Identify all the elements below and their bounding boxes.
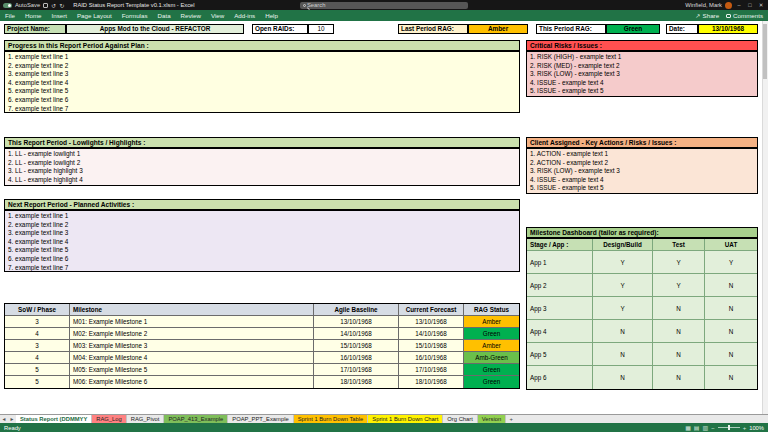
dashboard-design-cell[interactable]: N: [593, 343, 653, 366]
next-period-section-body[interactable]: 1. example text line 12. example text li…: [4, 210, 520, 272]
milestone-rag-cell[interactable]: Green: [464, 364, 519, 376]
new-sheet-button[interactable]: +: [506, 415, 516, 423]
dashboard-section-header[interactable]: Milestone Dashboard (tailor as required)…: [526, 227, 758, 238]
milestone-phase-cell[interactable]: 3: [5, 316, 70, 328]
dashboard-app-cell[interactable]: App 6: [527, 366, 593, 389]
sheet-tab-rag-pivot[interactable]: RAG_Pivot: [127, 415, 165, 423]
user-avatar[interactable]: [725, 2, 732, 9]
lowlights-section-body[interactable]: 1. LL - example lowlight 12. LL - exampl…: [4, 148, 520, 186]
dashboard-design-cell[interactable]: N: [593, 366, 653, 389]
ribbon-tab-addins[interactable]: Add-ins: [229, 10, 260, 21]
open-raids-label[interactable]: Open RAIDs:: [252, 24, 308, 34]
milestone-baseline-cell[interactable]: 14/10/1968: [314, 328, 399, 340]
last-period-rag-label[interactable]: Last Period RAG:: [398, 24, 468, 34]
milestone-header-rag[interactable]: RAG Status: [464, 304, 519, 316]
milestone-phase-cell[interactable]: 5: [5, 364, 70, 376]
dashboard-app-cell[interactable]: App 5: [527, 343, 593, 366]
dashboard-header-uat[interactable]: UAT: [705, 239, 757, 251]
milestone-baseline-cell[interactable]: 16/10/1968: [314, 352, 399, 364]
milestone-baseline-cell[interactable]: 15/10/1968: [314, 340, 399, 352]
zoom-slider[interactable]: [718, 427, 740, 428]
save-icon[interactable]: [43, 3, 48, 8]
progress-section-body[interactable]: 1. example text line 12. example text li…: [4, 51, 520, 113]
sheet-tab-status-report[interactable]: Status Report (DDMMYY: [16, 415, 92, 423]
ribbon-tab-help[interactable]: Help: [260, 10, 283, 21]
dashboard-header-test[interactable]: Test: [653, 239, 705, 251]
close-button[interactable]: ✕: [757, 2, 765, 8]
milestone-forecast-cell[interactable]: 16/10/1968: [399, 352, 464, 364]
dashboard-test-cell[interactable]: N: [653, 343, 705, 366]
sheet-tab-poap-413[interactable]: POAP_413_Example: [164, 415, 228, 423]
milestone-phase-cell[interactable]: 5: [5, 376, 70, 388]
milestone-name-cell[interactable]: M06: Example Milestone 6: [70, 376, 314, 388]
minimize-button[interactable]: –: [735, 2, 743, 8]
critical-risks-section-header[interactable]: Critical Risks / Issues :: [526, 40, 758, 51]
milestone-header-phase[interactable]: SoW / Phase: [5, 304, 70, 316]
sheet-tab-rag-log[interactable]: RAG_Log: [92, 415, 126, 423]
dashboard-app-cell[interactable]: App 3: [527, 297, 593, 320]
project-name-value[interactable]: Apps Mod to the Cloud - REFACTOR: [66, 24, 244, 34]
ribbon-tab-insert[interactable]: Insert: [47, 10, 72, 21]
ribbon-tab-page-layout[interactable]: Page Layout: [72, 10, 117, 21]
milestone-forecast-cell[interactable]: 17/10/1968: [399, 364, 464, 376]
milestone-forecast-cell[interactable]: 18/10/1968: [399, 376, 464, 388]
dashboard-uat-cell[interactable]: N: [705, 274, 757, 297]
zoom-level[interactable]: 100%: [749, 425, 764, 431]
redo-icon[interactable]: ↻: [59, 2, 64, 9]
tab-scroll-right-icon[interactable]: ▸: [8, 415, 16, 423]
dashboard-design-cell[interactable]: Y: [593, 274, 653, 297]
dashboard-app-cell[interactable]: App 2: [527, 274, 593, 297]
project-name-label[interactable]: Project Name:: [4, 24, 66, 34]
dashboard-app-cell[interactable]: App 1: [527, 251, 593, 274]
milestone-baseline-cell[interactable]: 17/10/1968: [314, 364, 399, 376]
dashboard-header-stage[interactable]: Stage / App :: [527, 239, 593, 251]
dashboard-uat-cell[interactable]: N: [705, 320, 757, 343]
sheet-tab-version[interactable]: Version: [478, 415, 506, 423]
this-period-rag-value[interactable]: Green: [606, 24, 660, 34]
milestone-rag-cell[interactable]: Amber: [464, 340, 519, 352]
dashboard-header-design[interactable]: Design/Build: [593, 239, 653, 251]
client-assigned-section-header[interactable]: Client Assigned - Key Actions / Risks / …: [526, 137, 758, 148]
dashboard-app-cell[interactable]: App 4: [527, 320, 593, 343]
page-layout-view-icon[interactable]: ▤: [694, 424, 700, 432]
milestone-header-baseline[interactable]: Agile Baseline: [314, 304, 399, 316]
milestone-forecast-cell[interactable]: 15/10/1968: [399, 340, 464, 352]
dashboard-uat-cell[interactable]: N: [705, 343, 757, 366]
milestone-rag-cell[interactable]: Green: [464, 328, 519, 340]
share-button[interactable]: ↗Share: [696, 12, 720, 19]
ribbon-tab-file[interactable]: File: [0, 10, 20, 21]
last-period-rag-value[interactable]: Amber: [468, 24, 528, 34]
date-label[interactable]: Date:: [666, 24, 698, 34]
dashboard-uat-cell[interactable]: N: [705, 297, 757, 320]
search-box[interactable]: [300, 2, 468, 9]
client-assigned-section-body[interactable]: 1. ACTION - example text 12. ACTION - ex…: [526, 148, 758, 194]
milestone-name-cell[interactable]: M01: Example Milestone 1: [70, 316, 314, 328]
milestone-name-cell[interactable]: M02: Example Milestone 2: [70, 328, 314, 340]
dashboard-test-cell[interactable]: Y: [653, 274, 705, 297]
sheet-tab-poap-ppt[interactable]: POAP_PPT_Example: [228, 415, 293, 423]
undo-icon[interactable]: ↺: [51, 2, 56, 9]
comments-button[interactable]: Comments: [726, 12, 763, 19]
search-input[interactable]: [307, 2, 468, 9]
ribbon-tab-home[interactable]: Home: [20, 10, 47, 21]
milestone-rag-cell[interactable]: Amb-Green: [464, 352, 519, 364]
this-period-rag-label[interactable]: This Period RAG:: [536, 24, 606, 34]
dashboard-test-cell[interactable]: N: [653, 320, 705, 343]
dashboard-test-cell[interactable]: Y: [653, 251, 705, 274]
milestone-name-cell[interactable]: M04: Example Milestone 4: [70, 352, 314, 364]
milestone-name-cell[interactable]: M05: Example Milestone 5: [70, 364, 314, 376]
ribbon-tab-data[interactable]: Data: [153, 10, 176, 21]
milestone-header-milestone[interactable]: Milestone: [70, 304, 314, 316]
sheet-tab-burn-down-chart[interactable]: Sprint 1 Burn Down Chart: [368, 415, 443, 423]
normal-view-icon[interactable]: ▦: [685, 424, 691, 432]
dashboard-design-cell[interactable]: Y: [593, 297, 653, 320]
milestone-rag-cell[interactable]: Green: [464, 376, 519, 388]
sheet-tab-org-chart[interactable]: Org Chart: [443, 415, 477, 423]
milestone-rag-cell[interactable]: Amber: [464, 316, 519, 328]
milestone-baseline-cell[interactable]: 13/10/1968: [314, 316, 399, 328]
dashboard-design-cell[interactable]: Y: [593, 251, 653, 274]
restore-button[interactable]: □: [746, 2, 754, 8]
milestone-phase-cell[interactable]: 3: [5, 340, 70, 352]
progress-section-header[interactable]: Progress in this Report Period Against P…: [4, 40, 520, 51]
zoom-slider-thumb[interactable]: [728, 425, 730, 430]
